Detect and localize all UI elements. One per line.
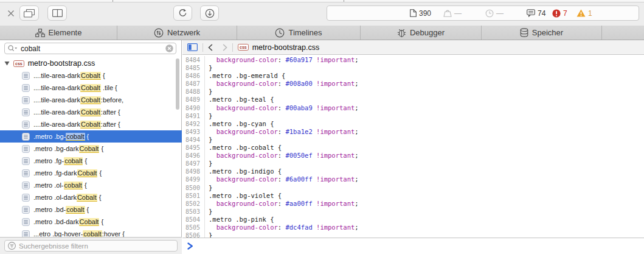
- error-count-value: 7: [563, 9, 567, 18]
- open-file-name: metro-bootstrap.css: [252, 43, 319, 52]
- match-highlight: cobalt: [83, 230, 102, 237]
- code-line: 8504.metro .bg-pink {: [182, 216, 644, 224]
- tab-label: Netzwerk: [167, 28, 200, 37]
- toggle-sidebar-icon[interactable]: [187, 43, 198, 51]
- code-text: }: [209, 160, 212, 168]
- search-result-item[interactable]: ....tile-area-darkCobalt:before,: [0, 94, 182, 106]
- snippet-icon: [22, 121, 30, 129]
- code-line: 8494}: [182, 136, 644, 144]
- result-text: ....tile-area-darkCobalt .tile {: [33, 84, 117, 91]
- line-number[interactable]: 8504: [182, 216, 205, 224]
- search-result-item[interactable]: .metro .fg-darkCobalt {: [0, 167, 182, 179]
- line-number[interactable]: 8492: [182, 120, 205, 128]
- line-number[interactable]: 8489: [182, 96, 205, 104]
- line-number[interactable]: 8500: [182, 184, 205, 192]
- match-highlight: Cobalt: [79, 218, 100, 226]
- search-result-item[interactable]: .metro .ol-cobalt {: [0, 179, 182, 191]
- filter-icon: [8, 242, 16, 250]
- search-result-item[interactable]: .metro .bg-darkCobalt {: [0, 143, 182, 155]
- line-number[interactable]: 8487: [182, 80, 205, 88]
- inspector-toolbar: 390 — —: [0, 2, 644, 26]
- search-field[interactable]: [4, 43, 176, 54]
- line-number[interactable]: 8494: [182, 136, 205, 144]
- error-count[interactable]: 7: [552, 6, 567, 20]
- result-text: .metro .fg-cobalt {: [33, 157, 87, 164]
- clear-search-icon[interactable]: [165, 44, 173, 52]
- activity-status-bar[interactable]: 390 — —: [327, 5, 639, 21]
- search-result-item[interactable]: ....tile-area-darkCobalt:after {: [0, 118, 182, 130]
- warning-count[interactable]: 1: [576, 6, 592, 20]
- search-result-item[interactable]: ....tile-area-darkCobalt:after {: [0, 106, 182, 118]
- result-text: ....tile-area-darkCobalt {: [33, 72, 105, 79]
- match-highlight: Cobalt: [80, 84, 101, 92]
- search-result-item[interactable]: ...etro .bg-hover-cobalt:hover {: [0, 228, 182, 237]
- search-result-item[interactable]: .metro .ol-darkCobalt {: [0, 191, 182, 203]
- source-code-view[interactable]: 8484 background-color: #60a917 !importan…: [182, 55, 644, 238]
- code-line: 8487 background-color: #008a00 !importan…: [182, 80, 644, 88]
- line-number[interactable]: 8496: [182, 152, 205, 160]
- tab-elements[interactable]: Elemente: [0, 26, 117, 40]
- breadcrumb[interactable]: css metro-bootstrap.css: [238, 43, 319, 52]
- result-text: ....tile-area-darkCobalt:before,: [33, 96, 123, 104]
- line-number[interactable]: 8488: [182, 88, 205, 96]
- line-number[interactable]: 8491: [182, 112, 205, 120]
- line-number[interactable]: 8502: [182, 200, 205, 208]
- line-number[interactable]: 8497: [182, 160, 205, 168]
- line-number[interactable]: 8506: [182, 231, 205, 238]
- code-text: }: [209, 184, 212, 192]
- line-number[interactable]: 8505: [182, 224, 205, 231]
- reload-icon: [178, 9, 187, 18]
- search-input[interactable]: [21, 44, 165, 53]
- dock-side-button[interactable]: [47, 5, 67, 21]
- line-number[interactable]: 8485: [182, 64, 205, 72]
- snippet-icon: [22, 194, 30, 202]
- load-time[interactable]: —: [485, 6, 504, 20]
- filter-results-input[interactable]: [19, 242, 174, 250]
- search-result-item[interactable]: ....tile-area-darkCobalt .tile {: [0, 82, 182, 94]
- sidebar-scrollbar-thumb[interactable]: [176, 58, 179, 110]
- search-result-item[interactable]: .metro .fg-cobalt {: [0, 155, 182, 167]
- match-highlight: Cobalt: [77, 169, 98, 177]
- tab-timelines[interactable]: Timelines: [237, 26, 361, 40]
- search-result-item-selected[interactable]: .metro .bg-cobalt {: [0, 130, 182, 143]
- line-number[interactable]: 8486: [182, 72, 205, 80]
- line-number[interactable]: 8495: [182, 144, 205, 152]
- main-area: css metro-bootstrap.css ....tile-area-da…: [0, 40, 644, 254]
- match-highlight: Cobalt: [80, 108, 101, 116]
- resource-count[interactable]: 390: [410, 6, 431, 20]
- filter-field[interactable]: [4, 240, 178, 252]
- line-number[interactable]: 8501: [182, 192, 205, 200]
- disclosure-triangle-icon[interactable]: [4, 61, 10, 66]
- split-columns-icon: [52, 9, 63, 17]
- line-number[interactable]: 8493: [182, 128, 205, 136]
- detach-window-button[interactable]: [19, 5, 39, 21]
- back-button-icon[interactable]: [208, 44, 213, 51]
- line-number[interactable]: 8490: [182, 104, 205, 112]
- line-number[interactable]: 8484: [182, 56, 205, 64]
- quick-console[interactable]: [182, 238, 644, 254]
- line-number[interactable]: 8499: [182, 175, 205, 183]
- snippet-icon: [22, 218, 30, 226]
- result-file-row[interactable]: css metro-bootstrap.css: [0, 57, 182, 69]
- line-number[interactable]: 8503: [182, 208, 205, 216]
- download-page-button[interactable]: [200, 5, 219, 21]
- search-result-item[interactable]: .metro .bd-darkCobalt {: [0, 216, 182, 228]
- reload-page-button[interactable]: [173, 5, 192, 21]
- tab-debugger[interactable]: Debugger: [361, 26, 482, 40]
- search-result-item[interactable]: ....tile-area-darkCobalt {: [0, 69, 182, 82]
- code-line: 8500}: [182, 184, 644, 192]
- tab-network[interactable]: Netzwerk: [117, 26, 237, 40]
- code-text: background-color: #0050ef !important;: [209, 152, 359, 160]
- code-line: 8485}: [182, 64, 644, 72]
- close-button[interactable]: [5, 5, 17, 21]
- top-divider-tick: [113, 0, 113, 2]
- console-message-count[interactable]: 74: [527, 6, 545, 20]
- forward-button-icon[interactable]: [223, 44, 227, 51]
- line-number[interactable]: 8498: [182, 168, 205, 175]
- search-result-item[interactable]: .metro .bd-cobalt {: [0, 203, 182, 216]
- code-line: 8501.metro .bg-violet {: [182, 192, 644, 200]
- load-time-value: —: [496, 9, 504, 18]
- tab-storage[interactable]: Speicher: [482, 26, 602, 40]
- match-highlight: Cobalt: [77, 194, 97, 202]
- resource-size[interactable]: —: [443, 6, 462, 20]
